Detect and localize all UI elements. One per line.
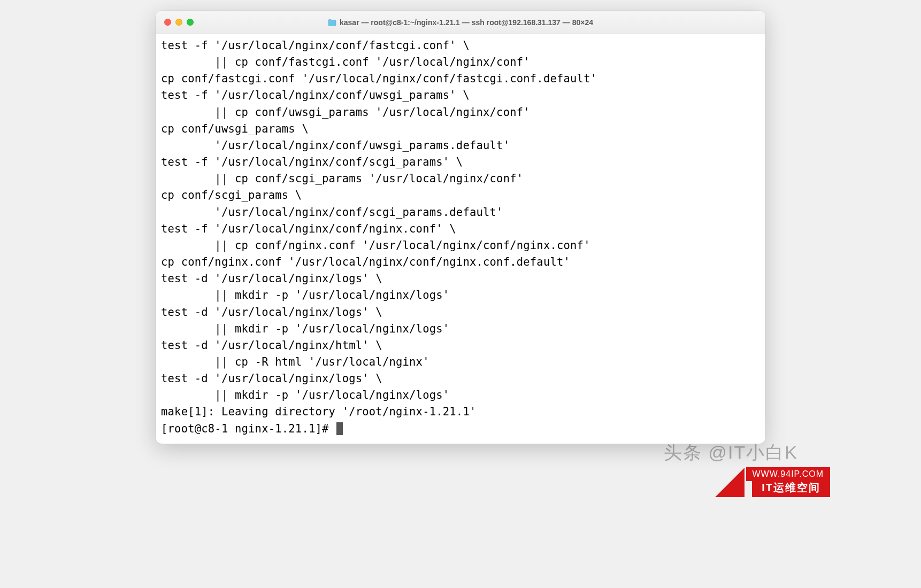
output-line: test -d '/usr/local/nginx/logs' \	[161, 304, 760, 321]
output-line: test -d '/usr/local/nginx/logs' \	[161, 270, 760, 287]
output-line: test -d '/usr/local/nginx/html' \	[161, 337, 760, 354]
window-title-text: kasar — root@c8-1:~/nginx-1.21.1 — ssh r…	[340, 18, 593, 27]
output-line: || cp conf/fastcgi.conf '/usr/local/ngin…	[161, 54, 760, 71]
output-line: '/usr/local/nginx/conf/uwsgi_params.defa…	[161, 137, 760, 154]
output-line: || cp -R html '/usr/local/nginx'	[161, 354, 760, 370]
output-line: || cp conf/nginx.conf '/usr/local/nginx/…	[161, 237, 760, 254]
minimize-button[interactable]	[175, 19, 182, 26]
maximize-button[interactable]	[187, 19, 194, 26]
watermark-triangle-icon	[715, 468, 745, 497]
title-bar[interactable]: kasar — root@c8-1:~/nginx-1.21.1 — ssh r…	[156, 11, 765, 34]
output-line: || mkdir -p '/usr/local/nginx/logs'	[161, 387, 760, 404]
output-line: || cp conf/scgi_params '/usr/local/nginx…	[161, 171, 760, 187]
window-controls	[164, 19, 194, 26]
folder-icon	[328, 19, 336, 26]
output-line: make[1]: Leaving directory '/root/nginx-…	[161, 404, 760, 420]
output-line: cp conf/uwsgi_params \	[161, 121, 760, 137]
output-line: test -f '/usr/local/nginx/conf/nginx.con…	[161, 221, 760, 237]
shell-prompt: [root@c8-1 nginx-1.21.1]#	[161, 421, 335, 437]
watermark-site-label: IT运维空间	[752, 478, 830, 497]
output-line: '/usr/local/nginx/conf/scgi_params.defau…	[161, 204, 760, 221]
output-line: cp conf/scgi_params \	[161, 187, 760, 204]
output-line: test -d '/usr/local/nginx/logs' \	[161, 370, 760, 387]
close-button[interactable]	[164, 19, 171, 26]
output-line: cp conf/fastcgi.conf '/usr/local/nginx/c…	[161, 71, 760, 87]
watermark-author: 头条 @IT小白K	[664, 440, 798, 465]
output-line: test -f '/usr/local/nginx/conf/uwsgi_par…	[161, 87, 760, 104]
output-line: || mkdir -p '/usr/local/nginx/logs'	[161, 287, 760, 304]
output-line: test -f '/usr/local/nginx/conf/fastcgi.c…	[161, 37, 760, 54]
window-title: kasar — root@c8-1:~/nginx-1.21.1 — ssh r…	[164, 18, 757, 27]
output-line: test -f '/usr/local/nginx/conf/scgi_para…	[161, 154, 760, 171]
output-line: cp conf/nginx.conf '/usr/local/nginx/con…	[161, 254, 760, 270]
output-line: || mkdir -p '/usr/local/nginx/logs'	[161, 321, 760, 337]
output-line: || cp conf/uwsgi_params '/usr/local/ngin…	[161, 104, 760, 121]
terminal-window: kasar — root@c8-1:~/nginx-1.21.1 — ssh r…	[156, 11, 765, 444]
cursor-icon	[336, 422, 343, 435]
prompt-line[interactable]: [root@c8-1 nginx-1.21.1]#	[161, 421, 760, 437]
terminal-output[interactable]: test -f '/usr/local/nginx/conf/fastcgi.c…	[156, 34, 765, 444]
